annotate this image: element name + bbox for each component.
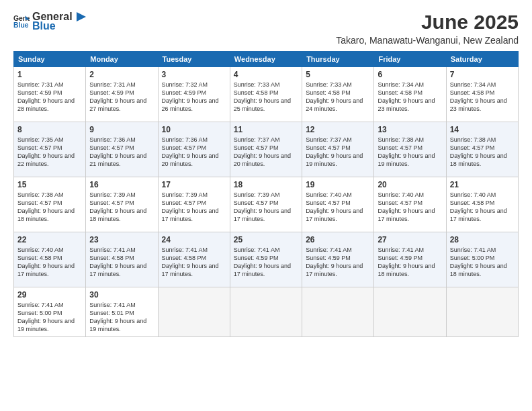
day-info: Sunrise: 7:41 AM Sunset: 5:00 PM Dayligh… <box>450 246 515 279</box>
day-number: 10 <box>162 125 226 134</box>
logo: General Blue General Blue <box>13 11 86 32</box>
calendar-cell: 17 Sunrise: 7:39 AM Sunset: 4:57 PM Dayl… <box>158 177 230 232</box>
calendar-cell: 27 Sunrise: 7:41 AM Sunset: 4:59 PM Dayl… <box>374 232 446 287</box>
day-number: 20 <box>378 180 442 189</box>
day-number: 6 <box>378 70 442 79</box>
calendar-cell: 16 Sunrise: 7:39 AM Sunset: 4:57 PM Dayl… <box>86 177 158 232</box>
calendar-cell: 15 Sunrise: 7:38 AM Sunset: 4:57 PM Dayl… <box>14 177 86 232</box>
calendar-cell: 23 Sunrise: 7:41 AM Sunset: 4:58 PM Dayl… <box>86 232 158 287</box>
day-number: 7 <box>450 70 515 79</box>
day-info: Sunrise: 7:39 AM Sunset: 4:57 PM Dayligh… <box>234 191 298 224</box>
calendar-cell: 30 Sunrise: 7:41 AM Sunset: 5:01 PM Dayl… <box>86 287 158 337</box>
calendar-cell: 22 Sunrise: 7:40 AM Sunset: 4:58 PM Dayl… <box>14 232 86 287</box>
calendar-cell: 8 Sunrise: 7:35 AM Sunset: 4:57 PM Dayli… <box>14 122 86 177</box>
day-number: 26 <box>306 235 370 244</box>
title-block: June 2025 Takaro, Manawatu-Wanganui, New… <box>336 11 519 46</box>
day-number: 4 <box>234 70 298 79</box>
day-info: Sunrise: 7:41 AM Sunset: 4:59 PM Dayligh… <box>306 246 370 279</box>
day-info: Sunrise: 7:37 AM Sunset: 4:57 PM Dayligh… <box>234 136 298 169</box>
day-number: 30 <box>89 290 154 300</box>
day-info: Sunrise: 7:31 AM Sunset: 4:59 PM Dayligh… <box>17 81 82 113</box>
calendar-cell <box>158 287 230 337</box>
day-info: Sunrise: 7:35 AM Sunset: 4:57 PM Dayligh… <box>17 136 82 169</box>
day-number: 14 <box>450 125 515 134</box>
day-number: 8 <box>17 125 82 134</box>
day-info: Sunrise: 7:38 AM Sunset: 4:57 PM Dayligh… <box>378 136 442 169</box>
day-number: 9 <box>89 125 154 134</box>
col-saturday: Saturday <box>446 52 518 67</box>
calendar-cell: 5 Sunrise: 7:33 AM Sunset: 4:58 PM Dayli… <box>302 67 374 122</box>
calendar-week-4: 22 Sunrise: 7:40 AM Sunset: 4:58 PM Dayl… <box>14 232 519 287</box>
day-number: 1 <box>17 70 82 79</box>
col-tuesday: Tuesday <box>158 52 230 67</box>
day-number: 2 <box>89 70 154 79</box>
col-wednesday: Wednesday <box>230 52 302 67</box>
day-info: Sunrise: 7:41 AM Sunset: 4:59 PM Dayligh… <box>378 246 442 279</box>
calendar-cell: 6 Sunrise: 7:34 AM Sunset: 4:58 PM Dayli… <box>374 67 446 122</box>
day-info: Sunrise: 7:33 AM Sunset: 4:58 PM Dayligh… <box>306 81 370 113</box>
day-info: Sunrise: 7:41 AM Sunset: 4:58 PM Dayligh… <box>162 246 226 279</box>
calendar-cell: 14 Sunrise: 7:38 AM Sunset: 4:57 PM Dayl… <box>446 122 518 177</box>
day-number: 21 <box>450 180 515 189</box>
day-number: 18 <box>234 180 298 189</box>
day-info: Sunrise: 7:40 AM Sunset: 4:57 PM Dayligh… <box>378 191 442 224</box>
day-info: Sunrise: 7:39 AM Sunset: 4:57 PM Dayligh… <box>89 191 154 224</box>
calendar-week-5: 29 Sunrise: 7:41 AM Sunset: 5:00 PM Dayl… <box>14 287 519 337</box>
calendar-cell: 26 Sunrise: 7:41 AM Sunset: 4:59 PM Dayl… <box>302 232 374 287</box>
day-info: Sunrise: 7:41 AM Sunset: 4:58 PM Dayligh… <box>89 246 154 279</box>
logo-icon: General Blue <box>13 13 30 30</box>
col-friday: Friday <box>374 52 446 67</box>
calendar-cell <box>230 287 302 337</box>
calendar-cell: 28 Sunrise: 7:41 AM Sunset: 5:00 PM Dayl… <box>446 232 518 287</box>
logo-triangle-icon <box>74 11 86 23</box>
day-number: 29 <box>17 290 82 300</box>
col-sunday: Sunday <box>14 52 86 67</box>
calendar-cell: 19 Sunrise: 7:40 AM Sunset: 4:57 PM Dayl… <box>302 177 374 232</box>
day-info: Sunrise: 7:39 AM Sunset: 4:57 PM Dayligh… <box>162 191 226 224</box>
calendar-cell <box>446 287 518 337</box>
calendar-cell: 4 Sunrise: 7:33 AM Sunset: 4:58 PM Dayli… <box>230 67 302 122</box>
col-thursday: Thursday <box>302 52 374 67</box>
calendar-table: Sunday Monday Tuesday Wednesday Thursday… <box>13 51 519 337</box>
calendar-cell: 1 Sunrise: 7:31 AM Sunset: 4:59 PM Dayli… <box>14 67 86 122</box>
calendar-cell <box>374 287 446 337</box>
calendar-cell <box>302 287 374 337</box>
calendar-header-row: Sunday Monday Tuesday Wednesday Thursday… <box>14 52 519 67</box>
day-number: 17 <box>162 180 226 189</box>
calendar-week-3: 15 Sunrise: 7:38 AM Sunset: 4:57 PM Dayl… <box>14 177 519 232</box>
calendar-week-1: 1 Sunrise: 7:31 AM Sunset: 4:59 PM Dayli… <box>14 67 519 122</box>
day-info: Sunrise: 7:36 AM Sunset: 4:57 PM Dayligh… <box>162 136 226 169</box>
svg-marker-3 <box>77 12 86 21</box>
day-number: 16 <box>89 180 154 189</box>
calendar-cell: 3 Sunrise: 7:32 AM Sunset: 4:59 PM Dayli… <box>158 67 230 122</box>
day-info: Sunrise: 7:41 AM Sunset: 4:59 PM Dayligh… <box>234 246 298 279</box>
day-info: Sunrise: 7:41 AM Sunset: 5:00 PM Dayligh… <box>17 301 82 334</box>
day-number: 15 <box>17 180 82 189</box>
day-number: 24 <box>162 235 226 244</box>
day-number: 22 <box>17 235 82 244</box>
day-number: 28 <box>450 235 515 244</box>
day-number: 27 <box>378 235 442 244</box>
calendar-cell: 9 Sunrise: 7:36 AM Sunset: 4:57 PM Dayli… <box>86 122 158 177</box>
calendar-cell: 11 Sunrise: 7:37 AM Sunset: 4:57 PM Dayl… <box>230 122 302 177</box>
svg-text:Blue: Blue <box>13 21 29 29</box>
header: General Blue General Blue June 2025 Taka… <box>13 11 519 46</box>
day-number: 13 <box>378 125 442 134</box>
day-info: Sunrise: 7:31 AM Sunset: 4:59 PM Dayligh… <box>89 81 154 113</box>
calendar-cell: 12 Sunrise: 7:37 AM Sunset: 4:57 PM Dayl… <box>302 122 374 177</box>
day-number: 5 <box>306 70 370 79</box>
day-number: 3 <box>162 70 226 79</box>
day-info: Sunrise: 7:36 AM Sunset: 4:57 PM Dayligh… <box>89 136 154 169</box>
calendar-cell: 29 Sunrise: 7:41 AM Sunset: 5:00 PM Dayl… <box>14 287 86 337</box>
day-number: 25 <box>234 235 298 244</box>
day-info: Sunrise: 7:33 AM Sunset: 4:58 PM Dayligh… <box>234 81 298 113</box>
day-info: Sunrise: 7:40 AM Sunset: 4:57 PM Dayligh… <box>306 191 370 224</box>
day-info: Sunrise: 7:40 AM Sunset: 4:58 PM Dayligh… <box>450 191 515 224</box>
day-info: Sunrise: 7:38 AM Sunset: 4:57 PM Dayligh… <box>450 136 515 169</box>
col-monday: Monday <box>86 52 158 67</box>
location-title: Takaro, Manawatu-Wanganui, New Zealand <box>336 35 519 46</box>
day-info: Sunrise: 7:40 AM Sunset: 4:58 PM Dayligh… <box>17 246 82 279</box>
calendar-cell: 25 Sunrise: 7:41 AM Sunset: 4:59 PM Dayl… <box>230 232 302 287</box>
day-number: 23 <box>89 235 154 244</box>
calendar-cell: 21 Sunrise: 7:40 AM Sunset: 4:58 PM Dayl… <box>446 177 518 232</box>
